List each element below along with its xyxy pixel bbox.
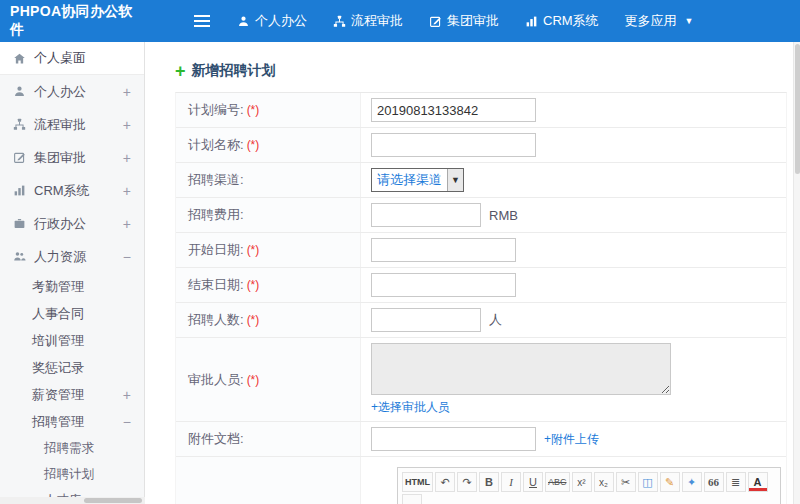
superscript-button[interactable]: x²: [572, 472, 592, 492]
sidebar-item-hr[interactable]: 人力资源 −: [0, 240, 144, 273]
nav-label: 集团审批: [447, 12, 499, 30]
cost-input[interactable]: [371, 203, 481, 227]
vertical-scrollbar[interactable]: [793, 42, 800, 504]
removeformat-button[interactable]: ✦: [682, 472, 702, 492]
edit-icon: [429, 15, 442, 28]
plan-number-input[interactable]: [371, 98, 536, 122]
underline-button[interactable]: U: [523, 472, 543, 492]
field-area: 人: [361, 303, 786, 337]
field-area: [361, 93, 786, 127]
expand-plus-icon[interactable]: +: [123, 150, 131, 166]
plan-name-input[interactable]: [371, 133, 536, 157]
end-date-input[interactable]: [371, 273, 516, 297]
sidebar-item-recruit-plan[interactable]: 招聘计划: [0, 461, 144, 487]
home-icon: [13, 52, 26, 65]
label-text: 招聘渠道:: [188, 171, 244, 189]
sidebar-item-label: CRM系统: [34, 182, 90, 200]
users-icon: [13, 250, 26, 263]
redo-button[interactable]: ↷: [457, 472, 477, 492]
hr-button[interactable]: —: [402, 494, 422, 504]
nav-crm-system[interactable]: CRM系统: [512, 0, 612, 42]
cut-button[interactable]: ✂: [616, 472, 636, 492]
sidebar-item-group-approval[interactable]: 集团审批 +: [0, 141, 144, 174]
field-area: 请选择渠道 ▼: [361, 163, 786, 197]
field-area: HTML ↶ ↷ B I U ABC x² x₂ ✂ ◫ ✎ ✦ 66: [361, 457, 786, 504]
nav-personal-office[interactable]: 个人办公: [224, 0, 320, 42]
field-label: 审批人员: (*): [176, 338, 361, 421]
label-text: 计划编号:: [188, 101, 244, 119]
vertical-scrollbar-thumb[interactable]: [795, 44, 800, 174]
expand-plus-icon[interactable]: +: [123, 183, 131, 199]
collapse-minus-icon[interactable]: −: [123, 249, 131, 265]
nav-group-approval[interactable]: 集团审批: [416, 0, 512, 42]
sidebar-item-attendance[interactable]: 考勤管理: [0, 273, 144, 300]
expand-plus-icon[interactable]: +: [123, 117, 131, 133]
copy-button[interactable]: ◫: [638, 472, 658, 492]
edit-icon: [13, 151, 26, 164]
nav-more-apps[interactable]: 更多应用 ▼: [612, 0, 707, 42]
chart-icon: [13, 184, 26, 197]
sidebar-horizontal-scrollbar[interactable]: [0, 497, 145, 504]
start-date-input[interactable]: [371, 238, 516, 262]
expand-plus-icon[interactable]: +: [123, 84, 131, 100]
required-mark: (*): [247, 138, 260, 152]
sidebar-item-rewards[interactable]: 奖惩记录: [0, 354, 144, 381]
nav-label: CRM系统: [543, 12, 599, 30]
attachment-input[interactable]: [371, 427, 536, 451]
richtext-editor: HTML ↶ ↷ B I U ABC x² x₂ ✂ ◫ ✎ ✦ 66: [397, 467, 781, 504]
field-label: 招聘人数: (*): [176, 303, 361, 337]
chevron-down-icon: ▼: [685, 16, 694, 26]
expand-plus-icon[interactable]: +: [123, 216, 131, 232]
required-mark: (*): [247, 373, 260, 387]
flow-icon: [333, 15, 346, 28]
main-content: + 新增招聘计划 计划编号: (*) 计划名称: (*): [145, 42, 793, 504]
italic-button[interactable]: I: [501, 472, 521, 492]
collapse-minus-icon[interactable]: −: [123, 414, 131, 430]
sidebar-item-salary[interactable]: 薪资管理 +: [0, 381, 144, 408]
nav-label: 更多应用: [625, 12, 677, 30]
sidebar-item-label: 招聘管理: [32, 413, 84, 431]
sidebar-item-label: 奖惩记录: [32, 359, 84, 377]
page-title-text: 新增招聘计划: [192, 62, 276, 80]
blockquote-button[interactable]: 66: [704, 472, 724, 492]
expand-plus-icon[interactable]: +: [123, 387, 131, 403]
field-label: [176, 457, 361, 504]
subscript-button[interactable]: x₂: [594, 472, 614, 492]
sidebar-item-admin-office[interactable]: 行政办公 +: [0, 207, 144, 240]
app-logo: PHPOA协同办公软件: [0, 3, 152, 39]
topbar: PHPOA协同办公软件 个人办公 流程审批 集团审批 CRM系统 更多应用 ▼: [0, 0, 800, 42]
sidebar-item-recruit-demand[interactable]: 招聘需求: [0, 435, 144, 461]
channel-select[interactable]: 请选择渠道 ▼: [371, 168, 464, 192]
sidebar-item-label: 集团审批: [34, 149, 86, 167]
field-label: 计划编号: (*): [176, 93, 361, 127]
form-row: 招聘费用: RMB: [176, 198, 786, 233]
source-button[interactable]: HTML: [402, 472, 433, 492]
nav-label: 个人办公: [255, 12, 307, 30]
sidebar-item-desktop[interactable]: 个人桌面: [0, 42, 144, 75]
table-button[interactable]: ≣: [726, 472, 746, 492]
undo-button[interactable]: ↶: [435, 472, 455, 492]
sidebar-item-crm[interactable]: CRM系统 +: [0, 174, 144, 207]
menu-toggle-icon[interactable]: [194, 14, 210, 28]
choose-approver-link[interactable]: +选择审批人员: [371, 399, 450, 416]
horizontal-scrollbar-thumb[interactable]: [84, 498, 142, 503]
nav-process-approval[interactable]: 流程审批: [320, 0, 416, 42]
approver-textarea[interactable]: [371, 343, 671, 395]
sidebar-item-recruitment[interactable]: 招聘管理 −: [0, 408, 144, 435]
forecolor-button[interactable]: A: [748, 472, 768, 492]
label-text: 开始日期:: [188, 241, 244, 259]
sidebar-item-hr-contract[interactable]: 人事合同: [0, 300, 144, 327]
sidebar-item-training[interactable]: 培训管理: [0, 327, 144, 354]
form-row: 计划编号: (*): [176, 93, 786, 128]
sidebar-item-personal-office[interactable]: 个人办公 +: [0, 75, 144, 108]
bold-button[interactable]: B: [479, 472, 499, 492]
attachment-upload-link[interactable]: +附件上传: [544, 431, 599, 448]
sidebar-item-label: 招聘计划: [44, 466, 94, 483]
sidebar-item-label: 培训管理: [32, 332, 84, 350]
field-area: RMB: [361, 198, 786, 232]
formatpainter-button[interactable]: ✎: [660, 472, 680, 492]
headcount-input[interactable]: [371, 308, 481, 332]
form-row: 开始日期: (*): [176, 233, 786, 268]
sidebar-item-process-approval[interactable]: 流程审批 +: [0, 108, 144, 141]
strikethrough-button[interactable]: ABC: [545, 472, 570, 492]
